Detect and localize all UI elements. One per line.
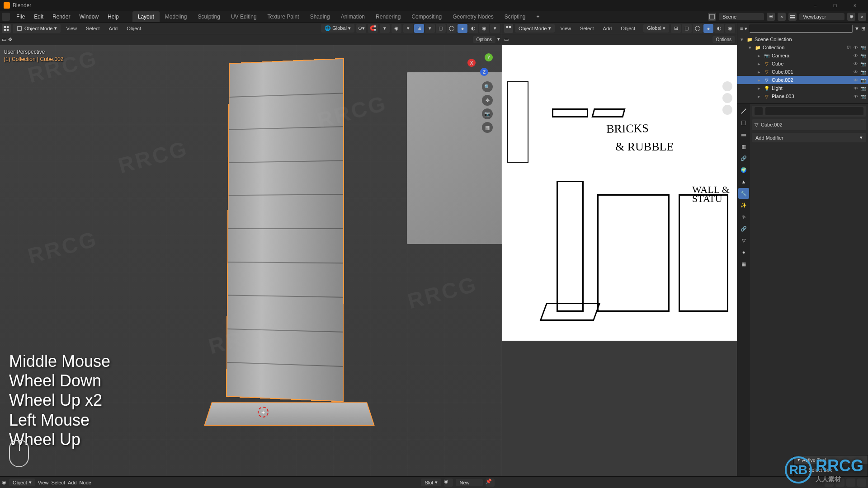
add-menu[interactable]: Add [105,24,122,33]
outliner-filter-icon[interactable]: ▼ [854,26,859,31]
slot-dropdown[interactable]: Slot ▾ [421,479,441,486]
overlays-dropdown[interactable]: ▾ [425,24,435,33]
tree-item-cube002[interactable]: ▸ ▽ Cube.002 👁📷 [737,76,868,84]
editor-type-icon[interactable] [2,24,11,33]
axis-z-icon[interactable]: Z [480,68,488,76]
workspace-tab-texpaint[interactable]: Texture Paint [262,11,305,22]
mode-dropdown[interactable]: Object Mode ▾ [13,24,61,33]
disclosure-icon[interactable]: ▸ [756,94,762,99]
workspace-tab-scripting[interactable]: Scripting [499,11,531,22]
render-icon[interactable]: 📷 [860,61,866,67]
outliner-editor-type-icon[interactable]: ≡ [740,26,743,31]
prop-tab-constraints[interactable]: 🔗 [738,223,749,234]
shader-editor-type-icon[interactable]: ◉ [2,479,6,485]
add-modifier-button[interactable]: Add Modifier ▾ [752,133,866,142]
tree-item-cube[interactable]: ▸ ▽ Cube 👁📷 [737,60,868,68]
outliner-search-input[interactable] [749,24,853,33]
blender-icon[interactable] [2,13,10,21]
properties-breadcrumb[interactable]: ▽ Cube.002 [752,119,866,130]
render-icon[interactable]: 📷 [860,69,866,75]
prop-tab-data[interactable]: ▽ [738,235,749,246]
tree-item-plane003[interactable]: ▸ ▽ Plane.003 👁📷 [737,92,868,100]
editor-type-icon-r[interactable] [504,24,513,33]
prop-tab-texture[interactable]: ▦ [738,258,749,269]
viewlayer-new-icon[interactable]: ⊕ [847,13,855,21]
tool-select-box-r[interactable]: ▭ [504,37,509,42]
viewport-3d-canvas[interactable]: User Perspective (1) Collection | Cube.0… [0,45,502,476]
camera-icon[interactable]: 📷 [482,108,493,119]
shading-wire-toggle[interactable]: ◯ [447,24,457,33]
eye-icon[interactable]: 👁 [853,69,859,75]
scene-new-icon[interactable]: ⊕ [767,13,775,21]
pan-icon-r[interactable] [722,93,732,103]
snap-dropdown[interactable]: ▾ [380,24,390,33]
disclosure-icon[interactable]: ▸ [756,53,762,59]
prop-tab-output[interactable] [738,129,749,140]
select-menu[interactable]: Select [82,24,104,33]
options-dropdown-r[interactable]: Options [712,36,735,43]
shader-select-menu[interactable]: Select [51,480,65,485]
xray-toggle[interactable]: ▢ [436,24,446,33]
shader-node-menu[interactable]: Node [80,480,91,485]
pin-icon[interactable] [755,107,763,115]
disclosure-icon[interactable]: ▸ [756,69,762,75]
render-icon[interactable]: 📷 [860,52,866,59]
object-menu-r[interactable]: Object [617,24,639,33]
mode-dropdown-r[interactable]: Object Mode ▾ [515,24,555,33]
tree-scene-collection[interactable]: ▾ 📁 Scene Collection [737,35,868,43]
shader-mode-dropdown[interactable]: Object ▾ [9,479,35,486]
prop-tab-object[interactable]: ▲ [738,176,749,187]
object-menu[interactable]: Object [123,24,145,33]
tree-item-light[interactable]: ▸ 💡 Light 👁📷 [737,84,868,92]
workspace-tab-geonodes[interactable]: Geometry Nodes [447,11,499,22]
eye-icon[interactable]: 👁 [853,44,859,51]
workspace-tab-rendering[interactable]: Rendering [370,11,406,22]
shading-solid-r[interactable]: ● [703,24,713,33]
xray-toggle-r[interactable]: ▢ [682,24,692,33]
axis-x-icon[interactable]: X [467,59,476,67]
scene-icon[interactable] [708,13,716,21]
eye-icon[interactable]: 👁 [853,93,859,99]
tool-select-box[interactable]: ▭ [2,37,6,42]
menu-render[interactable]: Render [48,12,75,22]
prop-tab-tool[interactable] [738,106,749,117]
exclude-checkbox-icon[interactable]: ☑ [845,44,852,51]
workspace-tab-compositing[interactable]: Compositing [406,11,447,22]
shading-dropdown[interactable]: ▾ [490,24,500,33]
workspace-tab-sculpting[interactable]: Sculpting [193,11,226,22]
prop-tab-scene[interactable]: 🔗 [738,153,749,164]
prop-tab-world[interactable]: 🌍 [738,164,749,175]
render-icon[interactable]: 📷 [860,77,866,83]
prop-tab-material[interactable]: ● [738,247,749,258]
window-maximize-button[interactable]: □ [826,1,844,10]
prop-tab-render[interactable] [738,117,749,128]
outliner-new-collection-icon[interactable]: ⊞ [861,26,865,32]
prop-tab-particles[interactable]: ✨ [738,200,749,211]
menu-file[interactable]: File [12,12,29,22]
workspace-tab-add[interactable]: + [531,11,545,22]
navigation-gizmo[interactable]: X Y Z [467,50,495,77]
render-icon[interactable]: 📷 [860,44,866,51]
scene-name-field[interactable]: Scene [719,13,764,20]
viewport-3d-canvas-r[interactable]: Camera Perspective (1) Collection | Cube… [502,45,737,341]
tree-item-camera[interactable]: ▸ 📷 Camera 👁📷 [737,52,868,60]
prop-tab-modifier[interactable]: 🔧 [738,188,749,199]
shading-matprev-toggle[interactable]: ◐ [468,24,478,33]
add-menu-r[interactable]: Add [599,24,616,33]
disclosure-icon[interactable]: ▸ [756,61,762,67]
proportional-toggle[interactable]: ◉ [392,24,401,33]
axis-y-icon[interactable]: Y [485,53,493,61]
new-material-button[interactable]: New [456,479,483,486]
overlays-toggle[interactable]: ⊞ [414,24,424,33]
pivot-dropdown[interactable]: ⊙▾ [356,24,366,33]
disclosure-icon[interactable]: ▾ [747,45,753,51]
tree-item-cube001[interactable]: ▸ ▽ Cube.001 👁📷 [737,68,868,76]
workspace-tab-modeling[interactable]: Modeling [160,11,193,22]
options-dropdown[interactable]: Options [473,36,495,43]
zoom-icon-r[interactable] [722,81,732,91]
show-gizmo-toggle[interactable]: ▾ [403,24,413,33]
shading-matprev-r[interactable]: ◐ [714,24,724,33]
scene-del-icon[interactable]: × [778,13,786,21]
material-browse-icon[interactable]: ◉ [444,479,453,487]
render-icon[interactable]: 📷 [860,93,866,99]
